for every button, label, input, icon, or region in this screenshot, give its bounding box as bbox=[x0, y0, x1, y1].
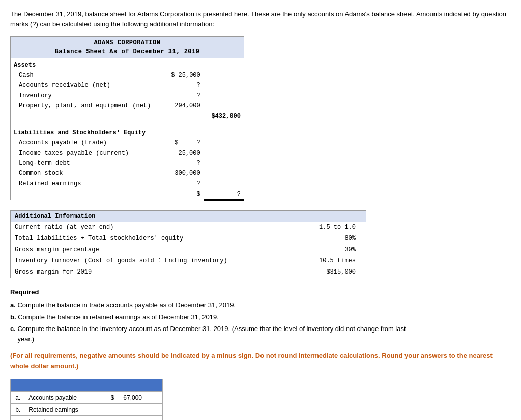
inventory-val2 bbox=[204, 91, 244, 101]
answer-header-row bbox=[11, 379, 163, 392]
assets-header-row: Assets bbox=[11, 58, 244, 71]
balance-sheet-table: Assets Cash $ 25,000 Accounts receivable… bbox=[10, 58, 244, 201]
required-item-b: b. Compute the balance in retained earni… bbox=[10, 312, 509, 322]
add-info-label-3: Inventory turnover (Cost of goods sold ÷… bbox=[11, 255, 300, 266]
ap-val2 bbox=[204, 138, 244, 148]
answer-row-b: b. Retained earnings bbox=[11, 404, 163, 416]
answer-label-b: Retained earnings bbox=[25, 404, 105, 416]
tax-val: 25,000 bbox=[163, 148, 204, 158]
balance-sheet-container: ADAMS CORPORATION Balance Sheet As of De… bbox=[10, 36, 244, 201]
bs-title: Balance Sheet As of December 31, 2019 bbox=[11, 47, 244, 56]
req-text-a: Compute the balance in trade accounts pa… bbox=[17, 301, 236, 309]
req-letter-b: b. bbox=[10, 313, 16, 321]
add-info-row-0: Current ratio (at year end) 1.5 to 1.0 bbox=[11, 222, 366, 233]
req-letter-c: c. bbox=[10, 325, 16, 333]
intro-paragraph: The December 31, 2019, balance sheet for… bbox=[10, 9, 509, 29]
add-info-header-label: Additional Information bbox=[11, 210, 366, 222]
req-text-c: Compute the balance in the inventory acc… bbox=[10, 325, 406, 343]
assets-label: Assets bbox=[11, 58, 163, 71]
answer-letter-c: c. bbox=[11, 416, 25, 421]
answer-value-b[interactable] bbox=[120, 404, 163, 416]
required-item-a: a. Compute the balance in trade accounts… bbox=[10, 300, 509, 310]
add-info-label-4: Gross margin for 2019 bbox=[11, 266, 300, 278]
inventory-row: Inventory ? bbox=[11, 91, 244, 101]
ppe-val2 bbox=[204, 101, 244, 111]
cs-val: 300,000 bbox=[163, 168, 204, 178]
ar-val2 bbox=[204, 80, 244, 91]
add-info-row-3: Inventory turnover (Cost of goods sold ÷… bbox=[11, 255, 366, 266]
ppe-row: Property, plant, and equipment (net) 294… bbox=[11, 101, 244, 111]
cash-row: Cash $ 25,000 bbox=[11, 70, 244, 80]
ap-label: Accounts payable (trade) bbox=[11, 138, 163, 148]
add-info-val-1: 80% bbox=[299, 233, 366, 244]
ltd-val: ? bbox=[163, 158, 204, 168]
total-assets-val: $432,000 bbox=[204, 111, 244, 123]
answer-dollar-c bbox=[105, 416, 120, 421]
cs-row: Common stock 300,000 bbox=[11, 168, 244, 178]
tax-label: Income taxes payable (current) bbox=[11, 148, 163, 158]
ltd-row: Long-term debt ? bbox=[11, 158, 244, 168]
total-assets-label bbox=[11, 111, 163, 123]
answer-row-c: c. Inventory bbox=[11, 416, 163, 421]
answer-value-c[interactable] bbox=[120, 416, 163, 421]
ap-row: Accounts payable (trade) $ ? bbox=[11, 138, 244, 148]
add-info-val-2: 30% bbox=[299, 244, 366, 255]
cash-val: $ 25,000 bbox=[163, 70, 204, 80]
additional-info-container: Additional Information Current ratio (at… bbox=[10, 210, 366, 278]
inventory-val: ? bbox=[163, 91, 204, 101]
liabilities-val2 bbox=[204, 126, 244, 138]
total-le-val: ? bbox=[204, 189, 244, 200]
total-le-row: $ ? bbox=[11, 189, 244, 200]
tax-val2 bbox=[204, 148, 244, 158]
answer-input-c[interactable] bbox=[123, 418, 159, 421]
additional-info-table: Additional Information Current ratio (at… bbox=[10, 210, 366, 278]
answer-header-cell bbox=[11, 379, 163, 392]
required-title: Required bbox=[10, 287, 509, 297]
answer-table-container: a. Accounts payable $ b. Retained earnin… bbox=[10, 379, 163, 420]
answer-value-a[interactable] bbox=[120, 392, 163, 404]
re-label: Retained earnings bbox=[11, 178, 163, 189]
cs-label: Common stock bbox=[11, 168, 163, 178]
add-info-val-3: 10.5 times bbox=[299, 255, 366, 266]
re-val: ? bbox=[163, 178, 204, 189]
answer-table: a. Accounts payable $ b. Retained earnin… bbox=[10, 379, 163, 420]
answer-row-a: a. Accounts payable $ bbox=[11, 392, 163, 404]
liabilities-label: Liabilities and Stockholders' Equity bbox=[11, 126, 163, 138]
cs-val2 bbox=[204, 168, 244, 178]
total-le-val1: $ bbox=[163, 189, 204, 200]
bs-company: ADAMS CORPORATION bbox=[11, 38, 244, 47]
required-item-c: c. Compute the balance in the inventory … bbox=[10, 324, 509, 344]
total-assets-row: $432,000 bbox=[11, 111, 244, 123]
inventory-label: Inventory bbox=[11, 91, 163, 101]
total-assets-val1 bbox=[163, 111, 204, 123]
ltd-val2 bbox=[204, 158, 244, 168]
spacer-row bbox=[11, 122, 244, 126]
add-info-row-1: Total liabilities ÷ Total stockholders' … bbox=[11, 233, 366, 244]
total-le-label bbox=[11, 189, 163, 200]
answer-input-b[interactable] bbox=[123, 406, 159, 413]
required-section: Required a. Compute the balance in trade… bbox=[10, 287, 509, 344]
add-info-row-4: Gross margin for 2019 $315,000 bbox=[11, 266, 366, 278]
ap-val: $ ? bbox=[163, 138, 204, 148]
answer-letter-a: a. bbox=[11, 392, 25, 404]
answer-letter-b: b. bbox=[11, 404, 25, 416]
req-letter-a: a. bbox=[10, 301, 16, 309]
answer-input-a[interactable] bbox=[123, 394, 159, 401]
answer-dollar-a: $ bbox=[105, 392, 120, 404]
add-info-label-2: Gross margin percentage bbox=[11, 244, 300, 255]
liabilities-val1 bbox=[163, 126, 204, 138]
tax-row: Income taxes payable (current) 25,000 bbox=[11, 148, 244, 158]
ar-label: Accounts receivable (net) bbox=[11, 80, 163, 91]
req-text-b: Compute the balance in retained earnings… bbox=[18, 313, 219, 321]
ltd-label: Long-term debt bbox=[11, 158, 163, 168]
cash-val2 bbox=[204, 70, 244, 80]
re-val2 bbox=[204, 178, 244, 189]
liabilities-header-row: Liabilities and Stockholders' Equity bbox=[11, 126, 244, 138]
cash-label: Cash bbox=[11, 70, 163, 80]
warning-text: (For all requirements, negative amounts … bbox=[10, 351, 509, 371]
add-info-val-4: $315,000 bbox=[299, 266, 366, 278]
add-info-label-1: Total liabilities ÷ Total stockholders' … bbox=[11, 233, 300, 244]
bs-header: ADAMS CORPORATION Balance Sheet As of De… bbox=[10, 36, 244, 58]
re-row: Retained earnings ? bbox=[11, 178, 244, 189]
ar-val: ? bbox=[163, 80, 204, 91]
